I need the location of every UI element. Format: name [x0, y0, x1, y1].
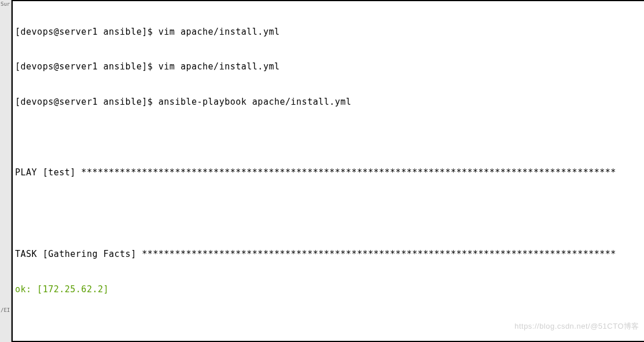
blank-line [15, 201, 642, 213]
play-header: PLAY [test] ****************************… [15, 167, 642, 178]
task-result-ok: ok: [172.25.62.2] [15, 284, 642, 295]
task-header: TASK [Gathering Facts] *****************… [15, 248, 642, 260]
prompt-line: [devops@server1 ansible]$ vim apache/ins… [15, 26, 642, 38]
terminal-window[interactable]: [devops@server1 ansible]$ vim apache/ins… [12, 0, 644, 342]
left-tab-1: Sur [1, 1, 10, 7]
watermark-text: https://blog.csdn.net/@51CTO博客 [514, 321, 639, 332]
left-tab-2: /EI [1, 307, 10, 313]
prompt-line: [devops@server1 ansible]$ ansible-playbo… [15, 96, 642, 108]
left-panel: Sur /EI [0, 0, 12, 342]
terminal-output: [devops@server1 ansible]$ vim apache/ins… [15, 2, 642, 342]
blank-line [15, 131, 642, 143]
prompt-line: [devops@server1 ansible]$ vim apache/ins… [15, 61, 642, 72]
